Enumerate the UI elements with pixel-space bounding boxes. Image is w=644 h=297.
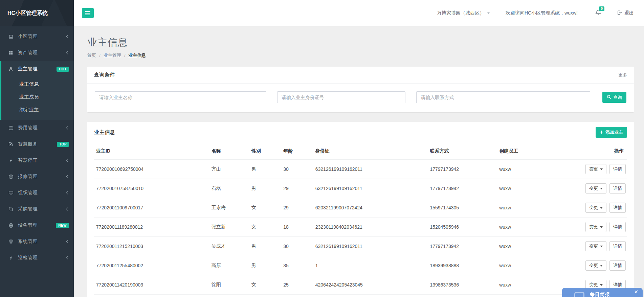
caret-down-icon (600, 168, 603, 170)
cell-owner-id: 772020011189280012 (94, 218, 209, 237)
cell-name: 高原 (209, 256, 249, 275)
owners-table: 业主ID名称性别年龄身份证联系方式创建员工操作 7720200106927500… (94, 143, 627, 297)
cell-age: 18 (281, 218, 313, 237)
sidebar-subitem[interactable]: 业主成员 (1, 91, 74, 104)
cell-name: 方山 (209, 160, 249, 179)
cell-owner-id: 772020011420190003 (94, 275, 209, 295)
daily-briefing-toast: 每日简报 ✕ (562, 288, 643, 297)
breadcrumb-home[interactable]: 首页 (87, 52, 96, 59)
sidebar-item[interactable]: 系统管理 (1, 233, 74, 250)
owner-idcard-input[interactable] (277, 91, 405, 103)
change-button[interactable]: 变更 (585, 183, 606, 193)
sidebar-item[interactable]: 智慧服务 TOP (1, 136, 74, 152)
change-button[interactable]: 变更 (585, 241, 606, 251)
sidebar: HC小区管理系统 小区管理 资产管理 业主管理 HOT (0, 0, 74, 297)
copy-icon (7, 207, 14, 211)
column-header: 联系方式 (427, 143, 496, 160)
sidebar-toggle-button[interactable] (82, 8, 94, 18)
sidebar-item[interactable]: 智慧停车 (1, 152, 74, 168)
top-header: 万博家博园（城西区） 欢迎访问HC小区管理系统，wuxw! 0 退出 (74, 0, 644, 26)
community-name: 万博家博园（城西区） (437, 10, 484, 16)
cell-creator: wuxw (496, 179, 574, 198)
sidebar-item[interactable]: 巡检管理 (1, 250, 74, 266)
sidebar-item[interactable]: 设备管理 NEW (1, 217, 74, 233)
globe-icon (7, 174, 14, 179)
caret-down-icon (487, 12, 490, 15)
toast-text: 每日简报 (590, 292, 610, 297)
sidebar-subitem[interactable]: 业主信息 (1, 78, 74, 91)
contact-input[interactable] (416, 91, 590, 103)
cell-contact: 15204505946 (427, 218, 496, 237)
cell-gender: 男 (249, 237, 281, 256)
sidebar-item[interactable]: 资产管理 (1, 45, 74, 61)
detail-button[interactable]: 详情 (609, 164, 626, 174)
notifications-button[interactable]: 0 (595, 9, 601, 17)
menu-badge: TOP (57, 142, 69, 147)
cell-creator: wuxw (496, 256, 574, 275)
add-owner-button[interactable]: 添加业主 (596, 127, 627, 138)
table-row: 772020012070870040 胡德 男 30 13776644873 w… (94, 295, 627, 297)
search-button[interactable]: 查询 (602, 92, 626, 103)
change-button[interactable]: 变更 (585, 164, 606, 174)
cell-gender: 男 (249, 160, 281, 179)
table-row: 772020011255480002 高原 男 35 1 18939938888… (94, 256, 627, 275)
cell-name: 王永梅 (209, 198, 249, 218)
sidebar-item[interactable]: 业主管理 HOT (1, 61, 74, 77)
detail-button[interactable]: 详情 (609, 260, 626, 271)
detail-button[interactable]: 详情 (609, 203, 626, 213)
cell-gender: 女 (249, 275, 281, 295)
change-button[interactable]: 变更 (585, 222, 606, 232)
bolt-icon (7, 158, 14, 163)
sidebar-item[interactable]: 小区管理 (1, 28, 74, 45)
sidebar-item[interactable]: 采购管理 (1, 201, 74, 217)
change-button[interactable]: 变更 (585, 260, 606, 271)
chevron-left-icon (65, 35, 69, 39)
column-header: 性别 (249, 143, 281, 160)
cell-contact: 13986373536 (427, 275, 496, 295)
breadcrumb: 首页 / 业主管理 / 业主信息 (87, 52, 634, 59)
cell-name: 张立新 (209, 218, 249, 237)
detail-button[interactable]: 详情 (609, 222, 626, 232)
sidebar-item[interactable]: 费用管理 (1, 120, 74, 136)
notification-count-badge: 0 (599, 6, 604, 11)
table-row: 772020011009700017 王永梅 女 29 620321199007… (94, 198, 627, 218)
sidebar-subitem[interactable]: 绑定业主 (1, 104, 74, 116)
sidebar-item[interactable]: 报修管理 (1, 168, 74, 185)
laptop-icon (7, 34, 14, 39)
cell-owner-id: 772020012070870040 (94, 295, 209, 297)
chevron-left-icon (65, 191, 69, 195)
cell-contact: 18939938888 (427, 256, 496, 275)
chevron-left-icon (65, 256, 69, 260)
table-row: 772020011420190003 徐阳 女 25 4206424242054… (94, 275, 627, 295)
table-row: 772020011215210003 吴成才 男 30 632126199109… (94, 237, 627, 256)
cell-age: 29 (281, 198, 313, 218)
cell-gender: 女 (249, 218, 281, 237)
main-content: 业主信息 首页 / 业主管理 / 业主信息 查询条件 更多 查询 业主信息 (74, 26, 644, 297)
detail-button[interactable]: 详情 (609, 241, 626, 251)
cell-creator: wuxw (496, 160, 574, 179)
close-icon[interactable]: ✕ (634, 289, 638, 295)
cell-gender: 男 (249, 295, 281, 297)
cell-contact: 13776644873 (427, 295, 496, 297)
cell-owner-id: 772020011255480002 (94, 256, 209, 275)
plus-icon (600, 130, 603, 135)
briefing-icon (574, 292, 584, 297)
cell-owner-id: 772020010758750010 (94, 179, 209, 198)
chevron-left-icon (65, 175, 69, 179)
cell-name: 徐阳 (209, 275, 249, 295)
breadcrumb-owner-mgmt[interactable]: 业主管理 (104, 52, 121, 59)
table-header-row: 业主ID名称性别年龄身份证联系方式创建员工操作 (94, 143, 627, 160)
owner-name-input[interactable] (95, 91, 266, 103)
more-link[interactable]: 更多 (618, 72, 627, 78)
community-selector[interactable]: 万博家博园（城西区） (437, 10, 490, 16)
caret-down-icon (600, 188, 603, 189)
logout-button[interactable]: 退出 (617, 10, 634, 16)
search-button-label: 查询 (613, 94, 622, 100)
change-button[interactable]: 变更 (585, 203, 606, 213)
query-panel: 查询条件 更多 查询 (87, 67, 634, 112)
sidebar-item[interactable]: 组织管理 (1, 185, 74, 201)
detail-button[interactable]: 详情 (609, 183, 626, 193)
query-panel-title: 查询条件 (94, 72, 115, 78)
cell-gender: 女 (249, 198, 281, 218)
bolt-icon (7, 256, 14, 260)
